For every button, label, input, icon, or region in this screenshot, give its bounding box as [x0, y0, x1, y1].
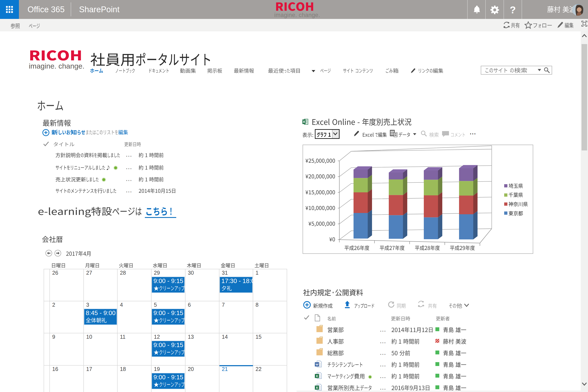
- svg-text:X: X: [316, 374, 318, 378]
- svg-text:W: W: [315, 362, 318, 366]
- svg-text:X: X: [316, 386, 318, 390]
